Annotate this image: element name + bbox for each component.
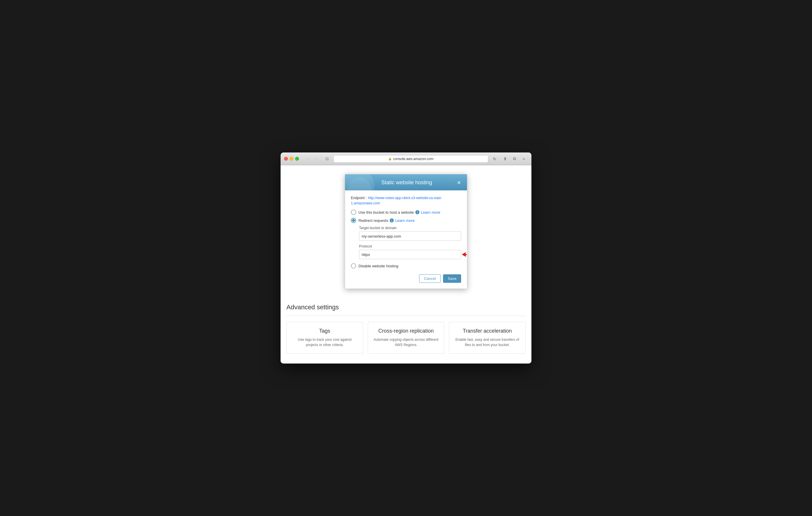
fullscreen-button[interactable] <box>295 157 299 161</box>
advanced-settings-title: Advanced settings <box>286 303 526 311</box>
host-radio-label: Use this bucket to host a website i Lear… <box>358 210 440 215</box>
reader-button[interactable]: ⊡ <box>323 156 331 162</box>
replication-card-title: Cross-region replication <box>373 328 439 334</box>
static-website-hosting-modal: Static website hosting ✕ Endpoint : http… <box>345 174 467 289</box>
forward-button[interactable]: › <box>312 156 321 162</box>
address-bar[interactable]: 🔒 console.aws.amazon.com <box>334 155 488 163</box>
redirect-info-icon[interactable]: i <box>390 218 394 222</box>
browser-window: ‹ › ⊡ 🔒 console.aws.amazon.com ↻ ⬆ ⧉ + S… <box>281 152 531 364</box>
arrow-line <box>465 254 467 255</box>
endpoint-label: Endpoint : <box>351 196 367 200</box>
toolbar-right: ⬆ ⧉ + <box>501 156 528 162</box>
redirect-radio-label: Redirect requests i Learn more <box>358 218 414 223</box>
modal-close-button[interactable]: ✕ <box>457 180 461 185</box>
red-arrow-annotation <box>462 252 467 257</box>
target-bucket-input[interactable] <box>359 232 461 241</box>
advanced-settings-section: Advanced settings Tags Use tags to track… <box>286 301 526 354</box>
endpoint-section: Endpoint : http://www-notes-app-client.s… <box>351 195 461 206</box>
cards-row: Tags Use tags to track your cost against… <box>286 322 526 354</box>
sidebar-button[interactable]: ⧉ <box>511 156 519 162</box>
disable-radio-input[interactable] <box>351 263 356 269</box>
disable-radio-label: Disable website hosting <box>358 264 399 268</box>
replication-card-desc: Automate copying objects across differen… <box>373 337 439 347</box>
tags-card-title: Tags <box>291 328 358 334</box>
redirect-section: Target bucket or domain Protocol <box>359 226 461 259</box>
target-bucket-label: Target bucket or domain <box>359 226 461 230</box>
back-button[interactable]: ‹ <box>303 156 312 162</box>
nav-buttons: ‹ › <box>303 156 321 162</box>
lock-icon: 🔒 <box>388 157 392 160</box>
acceleration-card: Transfer acceleration Enable fast, easy … <box>449 322 526 354</box>
new-tab-button[interactable]: + <box>520 156 528 162</box>
arrow-head <box>462 252 466 257</box>
modal-title: Static website hosting <box>357 180 457 186</box>
save-button[interactable]: Save <box>443 274 461 283</box>
section-divider <box>286 316 526 316</box>
minimize-button[interactable] <box>290 157 293 161</box>
redirect-radio-input[interactable] <box>351 218 356 223</box>
reload-button[interactable]: ↻ <box>491 155 499 163</box>
tags-card: Tags Use tags to track your cost against… <box>286 322 363 354</box>
browser-titlebar: ‹ › ⊡ 🔒 console.aws.amazon.com ↻ ⬆ ⧉ + <box>281 152 531 165</box>
option-redirect-radio: Redirect requests i Learn more <box>351 218 461 223</box>
share-button[interactable]: ⬆ <box>501 156 509 162</box>
protocol-field-wrapper <box>359 250 461 259</box>
option-disable-radio: Disable website hosting <box>351 263 461 269</box>
acceleration-card-desc: Enable fast, easy and secure transfers o… <box>454 337 521 347</box>
modal-footer: Cancel Save <box>351 271 461 283</box>
cancel-button[interactable]: Cancel <box>419 274 441 283</box>
redirect-learn-more-link[interactable]: Learn more <box>395 218 414 223</box>
modal-header: Static website hosting ✕ <box>345 174 467 190</box>
protocol-input[interactable] <box>359 250 461 259</box>
host-radio-input[interactable] <box>351 210 356 215</box>
host-learn-more-link[interactable]: Learn more <box>421 210 440 215</box>
protocol-label: Protocol <box>359 244 461 248</box>
replication-card: Cross-region replication Automate copyin… <box>368 322 444 354</box>
modal-body: Endpoint : http://www-notes-app-client.s… <box>345 190 467 289</box>
host-info-icon[interactable]: i <box>415 210 419 214</box>
option-host-radio: Use this bucket to host a website i Lear… <box>351 210 461 215</box>
tags-card-desc: Use tags to track your cost against proj… <box>291 337 358 347</box>
browser-content: Static website hosting ✕ Endpoint : http… <box>281 165 531 364</box>
acceleration-card-title: Transfer acceleration <box>454 328 521 334</box>
traffic-lights <box>284 157 299 161</box>
url-text: console.aws.amazon.com <box>393 157 433 161</box>
close-button[interactable] <box>284 157 288 161</box>
modal-container: Static website hosting ✕ Endpoint : http… <box>286 174 526 289</box>
